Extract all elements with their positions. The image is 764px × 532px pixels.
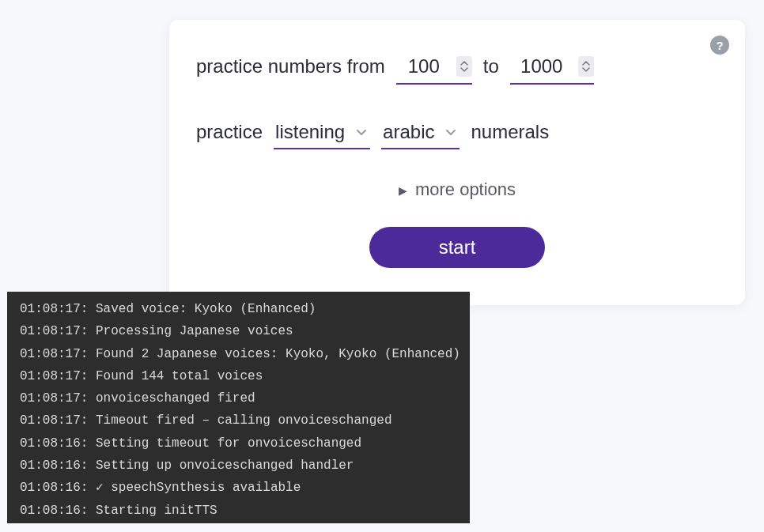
practice-type-value: listening (275, 121, 345, 143)
start-row: start (196, 227, 718, 268)
range-to-field[interactable] (510, 51, 594, 85)
numeral-system-select[interactable]: arabic (381, 118, 460, 149)
range-from-input[interactable] (396, 55, 452, 78)
mode-label-prefix: practice (196, 121, 263, 143)
range-label-to: to (483, 55, 499, 77)
range-label-prefix: practice numbers from (196, 55, 385, 77)
numeral-system-value: arabic (383, 121, 434, 143)
triangle-right-icon: ▶ (399, 184, 407, 197)
log-line: 01:08:16: Starting initTTS (20, 500, 457, 522)
log-line: 01:08:17: Found 2 Japanese voices: Kyoko… (20, 343, 457, 365)
chevron-down-icon (444, 125, 458, 139)
log-line: 01:08:16: Setting timeout for onvoicesch… (20, 432, 457, 455)
range-to-input[interactable] (510, 55, 573, 78)
chevron-up-icon (460, 61, 468, 66)
debug-console: 01:08:17: Saved voice: Kyoko (Enhanced)0… (7, 292, 470, 523)
more-options-row: ▶ more options (196, 179, 718, 200)
help-icon: ? (716, 39, 723, 52)
more-options-toggle[interactable]: ▶ more options (399, 179, 516, 200)
log-line: 01:08:17: Processing Japanese voices (20, 320, 457, 342)
range-row: practice numbers from to (196, 51, 718, 85)
range-from-field[interactable] (396, 51, 472, 85)
chevron-down-icon (460, 67, 468, 72)
mode-row: practice listening arabic numerals (196, 118, 718, 149)
settings-card: ? practice numbers from to practice list… (169, 20, 745, 305)
mode-label-suffix: numerals (471, 121, 549, 143)
chevron-down-icon (582, 67, 590, 72)
log-line: 01:08:16: ✓ speechSynthesis available (20, 477, 457, 499)
log-line: 01:08:17: Saved voice: Kyoko (Enhanced) (20, 298, 457, 320)
practice-type-select[interactable]: listening (274, 118, 370, 149)
start-button[interactable]: start (369, 227, 546, 268)
log-line: 01:08:17: onvoiceschanged fired (20, 387, 457, 409)
help-button[interactable]: ? (710, 36, 729, 55)
chevron-down-icon (354, 125, 369, 139)
range-to-stepper[interactable] (578, 56, 594, 77)
range-from-stepper[interactable] (456, 56, 472, 77)
log-line: 01:08:16: Setting up onvoiceschanged han… (20, 455, 457, 477)
chevron-up-icon (582, 61, 590, 66)
log-line: 01:08:17: Timeout fired – calling onvoic… (20, 409, 457, 432)
more-options-label: more options (415, 179, 516, 200)
log-line: 01:08:17: Found 144 total voices (20, 365, 457, 387)
